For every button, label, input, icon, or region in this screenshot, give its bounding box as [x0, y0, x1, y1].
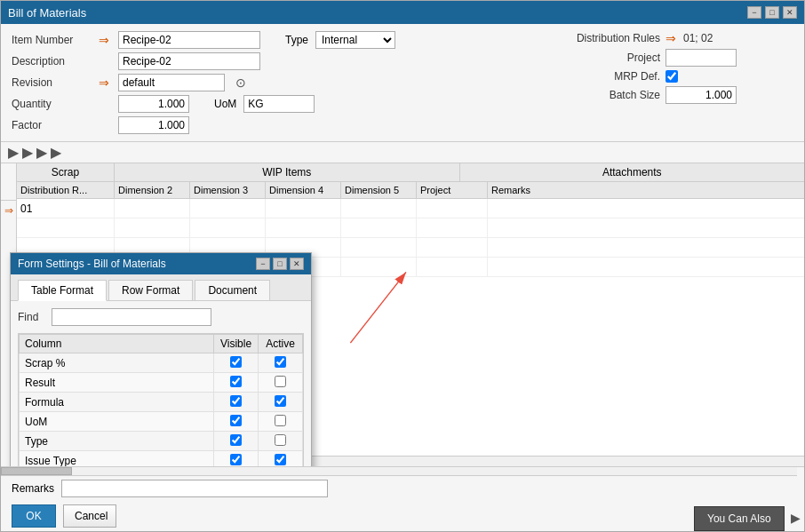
- bottom-area: Remarks OK Cancel You Can Also ▶: [1, 466, 804, 531]
- col-header-dist-rule: Distribution R...: [17, 182, 115, 198]
- toolbar-icon-4[interactable]: ▶: [51, 144, 61, 161]
- youcan-button[interactable]: You Can Also: [694, 506, 785, 531]
- uom-input[interactable]: [243, 95, 315, 113]
- remarks-row: Remarks: [1, 476, 804, 501]
- item-number-row: Item Number ⇒ Type Internal: [12, 31, 554, 49]
- cancel-button[interactable]: Cancel: [63, 504, 116, 528]
- close-button[interactable]: ✕: [783, 6, 797, 19]
- find-input[interactable]: [52, 308, 211, 326]
- table-row: Scrap %: [20, 353, 303, 373]
- col-header-visible: Visible: [214, 335, 259, 353]
- col-header-dim5: Dimension 5: [341, 182, 417, 198]
- toolbar-icon-1[interactable]: ▶: [8, 144, 19, 161]
- factor-label: Factor: [12, 119, 92, 131]
- youcan-container: You Can Also ▶: [694, 506, 804, 531]
- cell-dim4-2: [266, 218, 341, 237]
- item-number-input[interactable]: [118, 31, 260, 49]
- batch-size-row: Batch Size: [571, 86, 793, 104]
- cell-dim2-2: [115, 218, 190, 237]
- tab-row-format[interactable]: Row Format: [108, 280, 193, 300]
- quantity-label: Quantity: [12, 98, 92, 110]
- tab-table-format[interactable]: Table Format: [18, 280, 107, 301]
- grid-row-1: 01: [17, 199, 804, 218]
- active-scrap[interactable]: [259, 353, 303, 373]
- active-formula[interactable]: [259, 393, 303, 412]
- dialog-tabs: Table Format Row Format Document: [11, 274, 311, 301]
- dialog-controls: − □ ✕: [256, 258, 304, 270]
- quantity-row: Quantity UoM: [12, 95, 554, 113]
- cell-dim5-3: [341, 238, 417, 257]
- description-input[interactable]: [118, 52, 260, 70]
- dist-rules-arrow: ⇒: [666, 31, 676, 45]
- visible-result[interactable]: [214, 373, 259, 393]
- left-fields: Item Number ⇒ Type Internal Description …: [12, 31, 554, 138]
- dialog-close[interactable]: ✕: [290, 258, 304, 270]
- columns-table-container[interactable]: Column Visible Active Scrap %: [18, 333, 304, 466]
- col-name-formula: Formula: [20, 393, 214, 412]
- find-row: Find: [18, 308, 304, 326]
- visible-uom[interactable]: [214, 412, 259, 432]
- youcan-chevron[interactable]: ▶: [787, 511, 804, 525]
- cell-dist-2: [17, 218, 115, 237]
- type-select[interactable]: Internal: [315, 31, 395, 49]
- revision-label: Revision: [12, 76, 92, 89]
- visible-issue-type[interactable]: [214, 451, 259, 467]
- grid-group-headers: Scrap WIP Items Attachments: [17, 163, 804, 182]
- project-input[interactable]: [666, 49, 737, 67]
- row-arrow-1: ⇒: [1, 201, 16, 220]
- table-row: Result: [20, 373, 303, 393]
- quantity-input[interactable]: [118, 95, 189, 113]
- col-name-result: Result: [20, 373, 214, 393]
- visible-scrap[interactable]: [214, 353, 259, 373]
- cell-rem-3: [488, 238, 804, 257]
- col-name-issue-type: Issue Type: [20, 451, 214, 467]
- ok-button[interactable]: OK: [12, 504, 56, 528]
- revision-input[interactable]: [118, 74, 225, 91]
- table-row: Issue Type: [20, 451, 303, 467]
- dialog-scrollbar-thumb[interactable]: [1, 467, 72, 475]
- cell-proj-3: [417, 238, 488, 257]
- minimize-button[interactable]: −: [747, 6, 761, 19]
- form-fields: Item Number ⇒ Type Internal Description …: [1, 24, 804, 141]
- col-header-dim4: Dimension 4: [266, 182, 341, 198]
- group-header-wip: WIP Items: [115, 163, 460, 181]
- mrp-checkbox[interactable]: [666, 70, 678, 83]
- cell-proj-2: [417, 218, 488, 237]
- dist-rules-value: 01; 02: [683, 32, 737, 44]
- revision-icon[interactable]: ⊙: [235, 75, 246, 90]
- toolbar-icon-2[interactable]: ▶: [22, 144, 33, 161]
- active-issue-type[interactable]: [259, 451, 303, 467]
- cell-dim3-2: [190, 218, 266, 237]
- columns-table: Column Visible Active Scrap %: [19, 334, 303, 466]
- cell-rem-4: [488, 258, 804, 276]
- description-row: Description: [12, 52, 554, 70]
- mrp-row: MRP Def.: [571, 70, 793, 83]
- remarks-label: Remarks: [12, 482, 54, 495]
- maximize-button[interactable]: □: [765, 6, 779, 19]
- item-number-label: Item Number: [12, 34, 92, 46]
- tab-document[interactable]: Document: [195, 280, 270, 300]
- dialog-minimize[interactable]: −: [256, 258, 270, 270]
- cell-dim5-2: [341, 218, 417, 237]
- col-header-name: Column: [20, 335, 214, 353]
- cell-proj-4: [417, 258, 488, 276]
- factor-input[interactable]: [118, 116, 189, 134]
- cell-dist-1: 01: [17, 199, 115, 218]
- title-bar: Bill of Materials − □ ✕: [1, 1, 804, 24]
- toolbar-icon-3[interactable]: ▶: [36, 144, 47, 161]
- dialog-scrollbar[interactable]: [1, 467, 797, 476]
- remarks-input[interactable]: [61, 480, 328, 497]
- visible-formula[interactable]: [214, 393, 259, 412]
- active-result[interactable]: [259, 373, 303, 393]
- batch-size-input[interactable]: [666, 86, 737, 104]
- col-header-remarks: Remarks: [488, 182, 804, 198]
- revision-arrow: ⇒: [99, 75, 109, 90]
- project-row: Project: [571, 49, 793, 67]
- col-header-dim3: Dimension 3: [190, 182, 266, 198]
- dialog-maximize[interactable]: □: [273, 258, 287, 270]
- cell-dim4-1: [266, 199, 341, 218]
- active-type[interactable]: [259, 432, 303, 451]
- visible-type[interactable]: [214, 432, 259, 451]
- dist-rules-row: Distribution Rules ⇒ 01; 02: [571, 31, 793, 45]
- active-uom[interactable]: [259, 412, 303, 432]
